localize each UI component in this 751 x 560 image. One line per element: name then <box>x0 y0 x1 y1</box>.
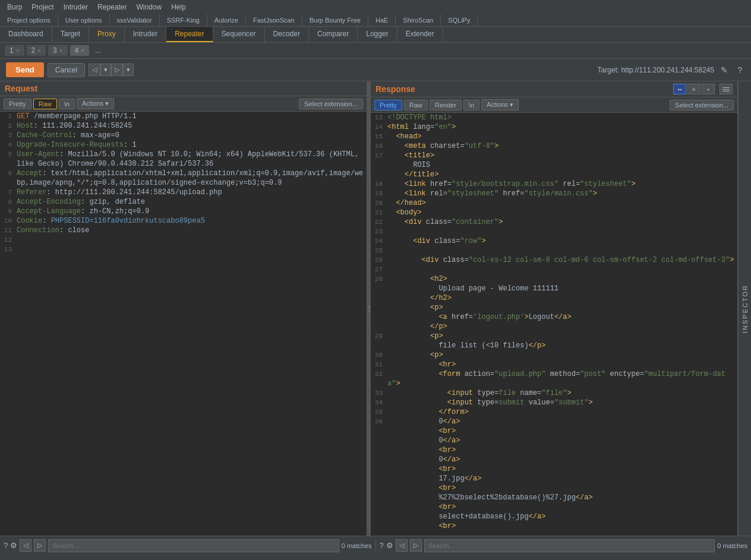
response-line-17: 17 <title> <box>371 151 737 160</box>
response-tab-raw[interactable]: Raw <box>404 100 428 110</box>
send-button[interactable]: Send <box>6 62 44 77</box>
tab-user-options[interactable]: User options <box>58 14 110 26</box>
response-code-area[interactable]: 13 <!DOCTYPE html> 14 <html lang="en"> 1… <box>371 113 737 536</box>
tab-sequencer[interactable]: Sequencer <box>213 27 265 42</box>
inspector-toggle-icon[interactable] <box>720 84 733 94</box>
repeater-tab-more[interactable]: ... <box>91 45 105 56</box>
repeater-tab-1[interactable]: 1× <box>5 45 24 56</box>
help-icon-right[interactable]: ? <box>380 541 384 550</box>
response-line-36l: <br> <box>371 521 737 531</box>
tab-proxy[interactable]: Proxy <box>89 27 125 42</box>
tab-shiroscan[interactable]: ShiroScan <box>396 14 441 26</box>
response-line-35: 35 </form> <box>371 407 737 417</box>
request-line-10: 10 Cookie: PHPSESSID=116fa0vdiohrkutscab… <box>0 216 367 226</box>
request-tab-actions[interactable]: Actions ▾ <box>77 98 114 109</box>
search-input-right[interactable] <box>424 539 715 552</box>
tab-repeater[interactable]: Repeater <box>166 27 213 42</box>
response-tab-pretty[interactable]: Pretty <box>374 100 402 110</box>
request-line-4: 4 Upgrade-Insecure-Requests: 1 <box>0 140 367 150</box>
inspector-label: INSPECTOR <box>741 284 749 333</box>
tab-ssrf-king[interactable]: SSRF-King <box>160 14 207 26</box>
menu-project[interactable]: Project <box>27 2 58 12</box>
tab-extender[interactable]: Extender <box>397 27 443 42</box>
request-line-2: 2 Host: 111.200.241.244:58245 <box>0 121 367 131</box>
tab-intruder[interactable]: Intruder <box>125 27 166 42</box>
help-button[interactable]: ? <box>734 64 745 76</box>
response-toolbar: Pretty Raw Render \n Actions ▾ Select ex… <box>371 97 737 113</box>
response-line-22: 22 <div class="container"> <box>371 217 737 227</box>
matches-label-left: 0 matches <box>342 542 372 549</box>
tab-dashboard[interactable]: Dashboard <box>0 27 52 42</box>
repeater-tab-3[interactable]: 3× <box>48 45 68 56</box>
request-header: Request <box>0 81 367 96</box>
response-line-36k: select+database().jpg</a> <box>371 512 737 521</box>
back-button-left[interactable]: ◁ <box>20 539 31 552</box>
request-line-9: 9 Accept-Language: zh-CN,zh;q=0.9 <box>0 207 367 216</box>
back-button-right[interactable]: ◁ <box>396 539 408 552</box>
help-icon-left[interactable]: ? <box>4 541 8 550</box>
forward-button-left[interactable]: ▷ <box>34 539 46 552</box>
tab-xssvalidator[interactable]: xssValidator <box>110 14 160 26</box>
response-line-34: 34 <input type=submit value="submit"> <box>371 398 737 407</box>
tab-logger[interactable]: Logger <box>358 27 397 42</box>
response-line-36b: <br> <box>371 426 737 436</box>
tab-fastjsonscan[interactable]: FastJsonScan <box>246 14 302 26</box>
response-line-29: 29 <p> <box>371 331 737 341</box>
response-line-17c: </title> <box>371 170 737 179</box>
repeater-tab-4[interactable]: 4× <box>70 45 90 56</box>
response-line-36f: <br> <box>371 464 737 474</box>
view-horizontal-icon[interactable]: ≡ <box>687 84 700 94</box>
response-tab-ln[interactable]: \n <box>463 100 479 110</box>
request-select-extension[interactable]: Select extension... <box>299 99 363 109</box>
repeater-tabs: 1× 2× 3× 4× ... <box>0 43 751 59</box>
response-select-extension[interactable]: Select extension... <box>670 100 734 110</box>
view-icons: ▪▪ ≡ ▪ <box>673 84 715 94</box>
nav-back-button[interactable]: ◁ <box>89 64 100 76</box>
tab-decoder[interactable]: Decoder <box>265 27 309 42</box>
request-tab-pretty[interactable]: Pretty <box>4 99 31 109</box>
response-line-25: 25 <box>371 246 737 255</box>
menu-burp[interactable]: Burp <box>2 2 27 12</box>
tab-burp-bounty-free[interactable]: Burp Bounty Free <box>302 14 368 26</box>
cancel-button[interactable]: Cancel <box>48 63 85 77</box>
repeater-tab-2[interactable]: 2× <box>27 45 46 56</box>
response-tab-actions[interactable]: Actions ▾ <box>481 99 519 110</box>
request-tab-raw[interactable]: Raw <box>33 99 57 109</box>
settings-icon-left[interactable]: ⚙ <box>10 541 17 550</box>
tab-hae[interactable]: HaE <box>368 14 396 26</box>
extension-tabs: Project options User options xssValidato… <box>0 14 751 27</box>
tab-comparer[interactable]: Comparer <box>309 27 358 42</box>
nav-forward-button[interactable]: ▷ <box>111 64 123 76</box>
menu-help[interactable]: Help <box>166 2 191 12</box>
search-input-left[interactable] <box>48 539 339 552</box>
edit-target-button[interactable]: ✎ <box>718 64 731 76</box>
tab-autorize[interactable]: Autorize <box>207 14 246 26</box>
response-line-13: 13 <!DOCTYPE html> <box>371 113 737 122</box>
request-line-7: 7 Referer: http://111.200.241.244:58245/… <box>0 188 367 197</box>
view-split-icon[interactable]: ▪▪ <box>673 84 686 94</box>
menu-window[interactable]: Window <box>131 2 166 12</box>
response-line-28d: <p> <box>371 303 737 312</box>
response-tab-render[interactable]: Render <box>430 100 462 110</box>
response-title: Response <box>375 84 415 94</box>
menu-repeater[interactable]: Repeater <box>93 2 131 12</box>
tab-target[interactable]: Target <box>52 27 89 42</box>
bottom-bar: ? ⚙ ◁ ▷ 0 matches ? ⚙ ◁ ▷ 0 matches <box>0 536 751 555</box>
forward-button-right[interactable]: ▷ <box>410 539 422 552</box>
response-line-30: 30 <p> <box>371 350 737 360</box>
view-single-icon[interactable]: ▪ <box>702 84 715 94</box>
tab-sqlipy[interactable]: SQLiPy <box>441 14 478 26</box>
response-line-27: 27 <box>371 265 737 274</box>
request-toolbar: Pretty Raw \n Actions ▾ Select extension… <box>0 96 367 112</box>
nav-forward-dropdown[interactable]: ▾ <box>123 64 134 76</box>
settings-icon-right[interactable]: ⚙ <box>386 541 393 550</box>
response-line-36g: 17.jpg</a> <box>371 474 737 483</box>
response-line-36i: %27%2bselect%2bdatabase()%27.jpg</a> <box>371 493 737 502</box>
request-tab-ln[interactable]: \n <box>59 99 75 109</box>
tab-project-options[interactable]: Project options <box>0 14 58 26</box>
request-pane: Request Pretty Raw \n Actions ▾ Select e… <box>0 81 367 536</box>
menu-intruder[interactable]: Intruder <box>59 2 93 12</box>
request-code-area[interactable]: 1 GET /memberpage.php HTTP/1.1 2 Host: 1… <box>0 112 367 536</box>
response-line-26: 26 <div class="col-xs-12 col-sm-8 col-md… <box>371 255 737 265</box>
nav-back-dropdown[interactable]: ▾ <box>100 64 111 76</box>
